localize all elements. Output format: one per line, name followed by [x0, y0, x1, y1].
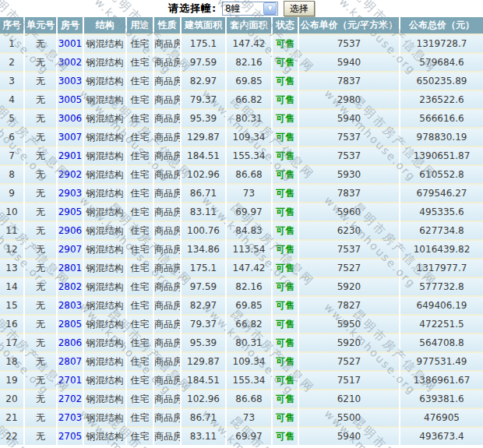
cell-structure: 钢混结构: [83, 221, 126, 240]
cell-status: 可售: [272, 221, 298, 240]
cell-nature: 商品房: [153, 333, 181, 352]
room-number-link[interactable]: 2703: [58, 412, 83, 423]
cell-total-price: 978830.19: [400, 128, 483, 146]
cell-serial-number: 22: [0, 427, 24, 445]
cell-room-number: 2803: [57, 296, 83, 315]
cell-unit-price: 7537: [298, 128, 400, 146]
cell-unit-number: 无: [24, 221, 57, 240]
room-number-link[interactable]: 2705: [58, 431, 83, 442]
room-number-link[interactable]: 2702: [58, 393, 83, 404]
cell-room-number: 2902: [57, 165, 83, 184]
cell-serial-number: 10: [0, 203, 24, 221]
listings-table: 序号单元号房号结构用途性质建筑面积套内面积状态公布单价（元/平方米）公布总价（元…: [0, 17, 483, 445]
room-number-link[interactable]: 2902: [58, 169, 83, 180]
cell-room-number: 2701: [57, 371, 83, 390]
table-row: 8无2902钢混结构住宅商品房102.9686.68可售5930610552.8: [0, 165, 483, 184]
cell-room-number: 2807: [57, 352, 83, 371]
room-number-link[interactable]: 3007: [58, 132, 83, 143]
cell-building-area: 97.59: [181, 53, 226, 72]
cell-serial-number: 13: [0, 259, 24, 277]
cell-total-price: 639381.6: [400, 390, 483, 408]
cell-usage: 住宅: [126, 277, 153, 296]
cell-building-area: 102.96: [181, 165, 226, 184]
cell-nature: 商品房: [153, 203, 181, 221]
cell-status: 可售: [272, 390, 298, 408]
cell-unit-price: 5500: [298, 408, 400, 427]
table-row: 22无2705钢混结构住宅商品房83.1169.97可售5940493673.4: [0, 427, 483, 445]
cell-room-number: 2703: [57, 408, 83, 427]
cell-inner-area: 66.82: [226, 90, 272, 109]
room-number-link[interactable]: 3002: [58, 57, 83, 68]
building-select-bar: 请选择幢: 8幢 ▼ 选择: [0, 0, 483, 17]
select-button[interactable]: 选择: [284, 1, 315, 16]
table-row: 16无2805钢混结构住宅商品房79.3766.82可售5950472251.5: [0, 315, 483, 333]
cell-unit-number: 无: [24, 146, 57, 165]
cell-inner-area: 155.34: [226, 371, 272, 390]
cell-structure: 钢混结构: [83, 203, 126, 221]
cell-serial-number: 15: [0, 296, 24, 315]
table-row: 11无2906钢混结构住宅商品房100.7684.83可售6230627734.…: [0, 221, 483, 240]
room-number-link[interactable]: 2907: [58, 244, 83, 255]
room-number-link[interactable]: 2802: [58, 281, 83, 292]
cell-status: 可售: [272, 315, 298, 333]
table-row: 7无2901钢混结构住宅商品房184.51155.34可售75371390651…: [0, 146, 483, 165]
cell-total-price: 1390651.87: [400, 146, 483, 165]
room-number-link[interactable]: 3003: [58, 76, 83, 86]
cell-total-price: 627734.8: [400, 221, 483, 240]
table-row: 2无3002钢混结构住宅商品房97.5982.16可售5940579684.6: [0, 53, 483, 72]
cell-structure: 钢混结构: [83, 109, 126, 128]
room-number-link[interactable]: 2805: [58, 319, 83, 330]
cell-unit-price: 5960: [298, 203, 400, 221]
room-number-link[interactable]: 2901: [58, 150, 83, 161]
cell-usage: 住宅: [126, 315, 153, 333]
cell-serial-number: 1: [0, 34, 24, 53]
cell-total-price: 977531.49: [400, 352, 483, 371]
room-number-link[interactable]: 2801: [58, 263, 83, 273]
cell-total-price: 236522.6: [400, 90, 483, 109]
cell-unit-price: 7537: [298, 240, 400, 259]
room-number-link[interactable]: 2905: [58, 206, 83, 217]
room-number-link[interactable]: 2906: [58, 225, 83, 236]
cell-room-number: 2901: [57, 146, 83, 165]
cell-inner-area: 82.16: [226, 53, 272, 72]
cell-unit-number: 无: [24, 34, 57, 53]
room-number-link[interactable]: 3005: [58, 94, 83, 105]
cell-total-price: 579684.6: [400, 53, 483, 72]
room-number-link[interactable]: 3006: [58, 113, 83, 124]
cell-structure: 钢混结构: [83, 146, 126, 165]
room-number-link[interactable]: 2803: [58, 300, 83, 311]
column-header: 公布总价（元）: [400, 17, 483, 34]
cell-usage: 住宅: [126, 240, 153, 259]
cell-unit-price: 5950: [298, 315, 400, 333]
table-row: 6无3007钢混结构住宅商品房129.87109.34可售7537978830.…: [0, 128, 483, 146]
table-row: 10无2905钢混结构住宅商品房83.1169.97可售5960495335.6: [0, 203, 483, 221]
room-number-link[interactable]: 2903: [58, 188, 83, 199]
cell-unit-number: 无: [24, 128, 57, 146]
room-number-link[interactable]: 2807: [58, 356, 83, 367]
building-select[interactable]: 8幢 ▼: [222, 2, 278, 16]
cell-usage: 住宅: [126, 72, 153, 90]
cell-building-area: 95.39: [181, 333, 226, 352]
cell-usage: 住宅: [126, 165, 153, 184]
cell-unit-number: 无: [24, 203, 57, 221]
cell-building-area: 86.71: [181, 408, 226, 427]
cell-unit-number: 无: [24, 315, 57, 333]
cell-building-area: 175.1: [181, 259, 226, 277]
cell-structure: 钢混结构: [83, 128, 126, 146]
cell-inner-area: 113.54: [226, 240, 272, 259]
column-header: 套内面积: [226, 17, 272, 34]
cell-building-area: 79.37: [181, 90, 226, 109]
cell-status: 可售: [272, 128, 298, 146]
cell-building-area: 175.1: [181, 34, 226, 53]
cell-inner-area: 147.42: [226, 259, 272, 277]
room-number-link[interactable]: 2701: [58, 375, 83, 386]
room-number-link[interactable]: 3001: [58, 38, 83, 49]
cell-usage: 住宅: [126, 333, 153, 352]
cell-structure: 钢混结构: [83, 427, 126, 445]
cell-unit-price: 5940: [298, 427, 400, 445]
room-number-link[interactable]: 2806: [58, 337, 83, 348]
table-row: 15无2803钢混结构住宅商品房82.9769.85可售7827649406.1…: [0, 296, 483, 315]
cell-structure: 钢混结构: [83, 390, 126, 408]
cell-nature: 商品房: [153, 53, 181, 72]
cell-unit-price: 7837: [298, 72, 400, 90]
